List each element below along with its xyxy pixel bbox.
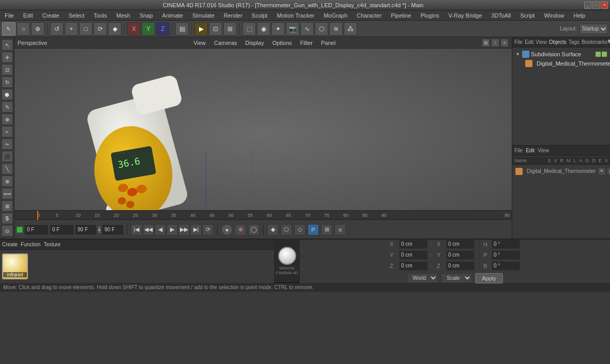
tl-play-back-btn[interactable]: ◀ <box>155 224 166 235</box>
toolbar-deform-btn[interactable]: ⬡ <box>315 22 328 36</box>
toolbar-y-axis-btn[interactable]: Y <box>142 22 155 36</box>
obj-tab-edit[interactable]: Edit <box>525 39 533 45</box>
lt-knife-btn[interactable]: ✁ <box>2 138 13 150</box>
menu-item-create[interactable]: Create <box>40 11 62 20</box>
toolbar-spline-btn[interactable]: ∿ <box>300 22 314 36</box>
coord-y-rot-input[interactable] <box>446 250 475 260</box>
obj-item-subdivision[interactable]: ▼ Subdivision Surface <box>514 50 608 59</box>
viewport-menu-display[interactable]: Display <box>243 39 266 46</box>
tl-play-btn[interactable]: ▶ <box>166 224 178 235</box>
coord-z-rot-input[interactable] <box>446 261 475 271</box>
viewport-menu-cameras[interactable]: Cameras <box>212 39 239 46</box>
menu-item-character[interactable]: Character <box>354 11 384 20</box>
timeline-ruler[interactable]: 0 5 10 15 20 25 30 35 40 45 50 55 60 65 … <box>14 211 512 220</box>
expand-icon[interactable]: ▼ <box>515 52 521 57</box>
tl-motion-btn[interactable]: ⬡ <box>281 224 292 235</box>
viewport-menu-view[interactable]: View <box>191 39 208 46</box>
menu-item-snap[interactable]: Snap <box>137 11 156 20</box>
lt-mirror-btn[interactable]: ⟺ <box>2 188 13 199</box>
attr-eye-btn[interactable]: 👁 <box>598 167 606 176</box>
menu-item-plugins[interactable]: Plugins <box>418 11 441 20</box>
obj-tab-bookmarks[interactable]: Bookmarks <box>582 39 607 45</box>
tl-pose-btn[interactable]: P <box>308 224 319 235</box>
vp-maximize-btn[interactable]: ↑ <box>491 39 499 47</box>
attr-tab-view[interactable]: View <box>538 148 549 153</box>
toolbar-view-btn[interactable]: ⊞ <box>223 22 237 36</box>
menu-item-help[interactable]: Help <box>571 11 588 20</box>
tl-grid-btn[interactable]: ⊞ <box>321 224 332 235</box>
obj-item-thermometer[interactable]: Digital_Medical_Thermometer <box>514 59 608 68</box>
coord-b-input[interactable] <box>492 261 520 271</box>
tl-step-back-btn[interactable]: ◀◀ <box>143 224 154 235</box>
viewport[interactable]: Perspective View Cameras Display Options… <box>14 37 512 210</box>
lt-S-btn[interactable]: S <box>2 213 13 224</box>
lt-magnet-btn[interactable]: ⊙ <box>2 225 13 236</box>
minimize-button[interactable]: _ <box>584 2 591 9</box>
tl-record-btn[interactable]: ● <box>221 224 233 235</box>
material-swatch-infrared[interactable]: Infrared <box>2 254 28 279</box>
tl-goto-end-btn[interactable]: ▶| <box>190 224 202 235</box>
coord-z-pos-input[interactable] <box>399 261 428 271</box>
coord-p-input[interactable] <box>492 250 520 260</box>
menu-item-select[interactable]: Select <box>66 11 87 20</box>
lt-sculpt-btn[interactable]: ≈ <box>2 126 13 137</box>
close-button[interactable]: ✕ <box>601 2 608 9</box>
menu-item-file[interactable]: File <box>2 11 17 20</box>
menu-item-render[interactable]: Render <box>221 11 245 20</box>
tl-param-btn[interactable]: ≡ <box>334 224 346 235</box>
menu-item-edit[interactable]: Edit <box>21 11 36 20</box>
obj-tab-view[interactable]: View <box>536 39 547 45</box>
toolbar-move-btn[interactable]: ↖ <box>2 22 16 36</box>
toolbar-rotate-btn[interactable]: ○ <box>17 22 30 36</box>
toolbar-undo-btn[interactable]: ↺ <box>50 22 64 36</box>
tl-start-frame-input[interactable] <box>50 225 73 234</box>
lt-move-btn[interactable]: ✛ <box>2 52 13 63</box>
toolbar-obj-btn[interactable]: □ <box>79 22 93 36</box>
lt-extrude-btn[interactable]: ⬛ <box>2 151 13 162</box>
obj-tab-objects[interactable]: Objects <box>549 39 567 45</box>
toolbar-x-axis-btn[interactable]: X <box>127 22 141 36</box>
subdiv-render-check[interactable] <box>602 52 607 57</box>
apply-button[interactable]: Apply <box>475 273 503 283</box>
toolbar-irender-btn[interactable]: ⊡ <box>209 22 222 36</box>
lt-snap-btn[interactable]: ⊕ <box>2 114 13 125</box>
menu-item-tools[interactable]: Tools <box>91 11 110 20</box>
toolbar-scale-btn[interactable]: ⊕ <box>31 22 44 36</box>
tl-end-frame-input[interactable] <box>75 225 96 234</box>
lt-deform-btn[interactable]: ⬢ <box>2 89 13 100</box>
coord-h-input[interactable] <box>492 240 520 249</box>
subdiv-visible-check[interactable] <box>596 52 601 57</box>
lt-select-btn[interactable]: ↖ <box>2 39 13 51</box>
coord-scale-dropdown[interactable]: Scale <box>441 273 472 283</box>
toolbar-key-btn[interactable]: ◆ <box>108 22 121 36</box>
toolbar-add-btn[interactable]: + <box>65 22 78 36</box>
tl-max-frame-input[interactable] <box>102 225 123 234</box>
attr-item-row[interactable]: Digital_Medical_Thermometer 👁 🔒 ⊡ ⊡ ▶ ≡ … <box>512 166 610 177</box>
mat-menu-create[interactable]: Create <box>2 242 18 247</box>
mat-menu-function[interactable]: Function <box>21 242 40 247</box>
tl-end-arrow[interactable]: ▲ <box>97 226 101 234</box>
menu-item-mesh[interactable]: Mesh <box>114 11 133 20</box>
toolbar-sphere-btn[interactable]: ◉ <box>257 22 270 36</box>
tl-add-key-btn[interactable]: ◆ <box>267 224 279 235</box>
tl-loop-btn[interactable]: ⟳ <box>202 224 213 235</box>
lt-edge-btn[interactable]: ╲ <box>2 163 13 175</box>
tl-key-all-btn[interactable]: ⊕ <box>235 224 246 235</box>
menu-item-sculpt[interactable]: Sculpt <box>249 11 270 20</box>
toolbar-camera-btn[interactable]: 📷 <box>286 22 299 36</box>
attr-tab-edit[interactable]: Edit <box>526 148 535 153</box>
tl-step-fwd-btn[interactable]: ▶▶ <box>178 224 190 235</box>
menu-item-simulate[interactable]: Simulate <box>190 11 217 20</box>
viewport-menu-panel[interactable]: Panel <box>319 39 338 46</box>
obj-tab-tags[interactable]: Tags <box>569 39 580 45</box>
lt-paint-btn[interactable]: ✎ <box>2 101 13 113</box>
toolbar-model-btn[interactable]: ▤ <box>175 22 189 36</box>
attr-lock-btn[interactable]: 🔒 <box>607 167 610 176</box>
obj-search-btn[interactable]: 🔍 <box>607 39 610 45</box>
coord-world-dropdown[interactable]: World <box>407 273 438 283</box>
toolbar-cube-btn[interactable]: ⬚ <box>242 22 256 36</box>
menu-item-window[interactable]: Window <box>541 11 567 20</box>
mat-menu-texture[interactable]: Texture <box>43 242 60 247</box>
maximize-button[interactable]: □ <box>592 2 600 9</box>
coord-x-rot-input[interactable] <box>446 240 475 249</box>
